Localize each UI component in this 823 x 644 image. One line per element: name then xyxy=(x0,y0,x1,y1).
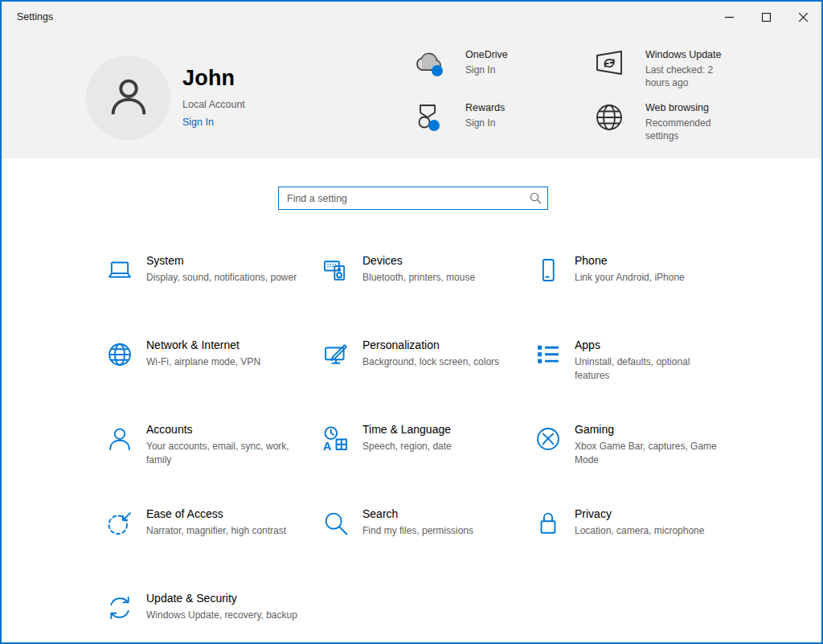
quick-item-web-browsing[interactable]: Web browsing Recommended settings xyxy=(591,99,784,152)
maximize-button[interactable] xyxy=(747,2,784,32)
tile-subtitle: Background, lock screen, colors xyxy=(362,355,514,369)
tile-title: Personalization xyxy=(362,338,514,351)
tile-title: Time & Language xyxy=(362,423,514,436)
tile-text: Personalization Background, lock screen,… xyxy=(362,338,514,369)
user-name: John xyxy=(182,66,245,91)
tile-subtitle: Link your Android, iPhone xyxy=(575,271,726,285)
tile-system[interactable]: System Display, sound, notifications, po… xyxy=(105,254,321,338)
tile-subtitle: Windows Update, recovery, backup xyxy=(146,609,297,622)
quick-subtitle: Sign In xyxy=(465,64,558,76)
tile-title: Privacy xyxy=(575,507,726,520)
quick-subtitle: Sign In xyxy=(465,117,558,129)
tile-privacy[interactable]: Privacy Location, camera, microphone xyxy=(534,507,751,592)
ease-of-access-icon xyxy=(105,509,134,538)
tile-title: System xyxy=(146,254,297,267)
web-browsing-globe-icon xyxy=(591,99,628,136)
tile-apps[interactable]: Apps Uninstall, defaults, optional featu… xyxy=(534,338,751,423)
tile-personalization[interactable]: Personalization Background, lock screen,… xyxy=(321,338,534,423)
minimize-icon xyxy=(725,13,734,22)
quick-title: Windows Update xyxy=(645,49,738,60)
accounts-person-icon xyxy=(105,425,134,453)
minimize-button[interactable] xyxy=(710,2,747,32)
tile-title: Network & Internet xyxy=(146,338,297,351)
devices-icon xyxy=(321,256,350,285)
tile-subtitle: Location, camera, microphone xyxy=(575,524,726,538)
tile-title: Gaming xyxy=(575,423,726,436)
tile-text: Network & Internet Wi-Fi, airplane mode,… xyxy=(146,338,297,369)
svg-text:A: A xyxy=(323,440,332,453)
quick-text: Rewards Sign In xyxy=(465,99,558,129)
tile-title: Accounts xyxy=(146,423,297,436)
tile-text: Accounts Your accounts, email, sync, wor… xyxy=(146,423,297,468)
quick-text: Windows Update Last checked: 2 hours ago xyxy=(645,46,738,89)
tile-subtitle: Display, sound, notifications, power xyxy=(146,271,297,285)
tile-text: Gaming Xbox Game Bar, captures, Game Mod… xyxy=(575,423,726,468)
user-account-type: Local Account xyxy=(182,99,245,110)
tile-devices[interactable]: Devices Bluetooth, printers, mouse xyxy=(321,254,534,338)
quick-item-windows-update[interactable]: Windows Update Last checked: 2 hours ago xyxy=(591,46,784,99)
privacy-lock-icon xyxy=(534,509,563,538)
user-icon xyxy=(104,72,154,125)
tile-subtitle: Find my files, permissions xyxy=(362,524,514,538)
search-input[interactable] xyxy=(278,187,548,210)
titlebar: Settings xyxy=(2,2,821,32)
tile-text: Search Find my files, permissions xyxy=(362,507,514,538)
onedrive-cloud-icon xyxy=(411,46,448,83)
personalization-icon xyxy=(321,340,350,369)
tile-time-language[interactable]: A Time & Language Speech, region, date xyxy=(321,423,534,507)
tile-text: Update & Security Windows Update, recove… xyxy=(146,592,297,622)
tile-text: Apps Uninstall, defaults, optional featu… xyxy=(575,338,726,384)
system-icon xyxy=(105,256,134,285)
tile-title: Search xyxy=(362,507,514,520)
quick-title: OneDrive xyxy=(465,49,558,60)
tile-text: Devices Bluetooth, printers, mouse xyxy=(362,254,514,285)
tile-accounts[interactable]: Accounts Your accounts, email, sync, wor… xyxy=(105,423,321,507)
phone-icon xyxy=(534,256,563,285)
quick-text: Web browsing Recommended settings xyxy=(645,99,738,142)
time-language-icon: A xyxy=(321,425,350,453)
tile-text: Phone Link your Android, iPhone xyxy=(575,254,726,285)
tile-phone[interactable]: Phone Link your Android, iPhone xyxy=(534,254,751,338)
window-title: Settings xyxy=(2,11,53,23)
tile-ease-of-access[interactable]: Ease of Access Narrator, magnifier, high… xyxy=(105,507,321,592)
tile-update-security[interactable]: Update & Security Windows Update, recove… xyxy=(105,592,321,644)
quick-item-rewards[interactable]: Rewards Sign In xyxy=(411,99,591,152)
tile-subtitle: Your accounts, email, sync, work, family xyxy=(146,440,297,468)
tile-text: Time & Language Speech, region, date xyxy=(362,423,514,453)
close-icon xyxy=(799,13,808,22)
tile-title: Apps xyxy=(575,338,726,351)
windows-update-icon xyxy=(591,46,628,83)
quick-title: Rewards xyxy=(465,102,558,113)
tile-subtitle: Wi-Fi, airplane mode, VPN xyxy=(146,355,297,369)
apps-icon xyxy=(534,340,563,369)
tile-text: Privacy Location, camera, microphone xyxy=(575,507,726,538)
quick-text: OneDrive Sign In xyxy=(465,46,558,76)
tile-text: System Display, sound, notifications, po… xyxy=(146,254,297,285)
tile-title: Ease of Access xyxy=(146,507,297,520)
tile-search[interactable]: Search Find my files, permissions xyxy=(321,507,534,592)
avatar[interactable] xyxy=(86,55,170,140)
settings-window: { "window": { "title": "Settings" }, "he… xyxy=(0,0,823,644)
tile-subtitle: Narrator, magnifier, high contrast xyxy=(146,524,297,538)
window-controls xyxy=(710,2,821,32)
quick-subtitle: Recommended settings xyxy=(645,117,738,142)
search-category-icon xyxy=(321,509,350,538)
tile-subtitle: Xbox Game Bar, captures, Game Mode xyxy=(575,440,726,468)
gaming-xbox-icon xyxy=(534,425,563,453)
close-button[interactable] xyxy=(784,2,821,32)
network-globe-icon xyxy=(105,340,134,369)
tile-network-internet[interactable]: Network & Internet Wi-Fi, airplane mode,… xyxy=(105,338,321,423)
category-grid: System Display, sound, notifications, po… xyxy=(105,254,751,644)
tile-title: Devices xyxy=(362,254,514,267)
tile-subtitle: Uninstall, defaults, optional features xyxy=(575,355,726,384)
quick-item-onedrive[interactable]: OneDrive Sign In xyxy=(411,46,591,99)
quick-subtitle: Last checked: 2 hours ago xyxy=(645,64,738,89)
tile-gaming[interactable]: Gaming Xbox Game Bar, captures, Game Mod… xyxy=(534,423,751,507)
quick-title: Web browsing xyxy=(645,102,738,113)
header-zone: Settings John Local Account Sign In xyxy=(2,2,821,158)
tile-subtitle: Speech, region, date xyxy=(362,440,514,453)
search-box xyxy=(278,187,548,210)
user-sign-in-link[interactable]: Sign In xyxy=(182,117,245,128)
tile-title: Update & Security xyxy=(146,592,297,605)
update-security-icon xyxy=(105,593,134,622)
